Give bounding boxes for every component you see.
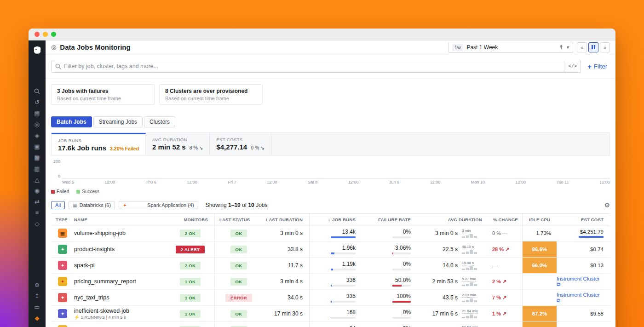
metrics-icon[interactable]: ▤ <box>33 110 41 116</box>
table-row[interactable]: ✦ nyc_taxi_trips 1 OK ERROR 34.0 s 335 1… <box>51 290 610 306</box>
table-row[interactable]: ✦ pricing_summary_report 1 OK OK 3 min 4… <box>51 274 610 290</box>
duration-sparkline: 2.19 min <box>462 293 484 302</box>
history-icon[interactable]: ↺ <box>33 99 41 105</box>
x-tick-label: 12:00 <box>515 180 526 184</box>
table-row[interactable]: ✦ spark-pi 2 OK OK 11.7 s 1.19k 0% 14.0 … <box>51 258 610 274</box>
col-header-monitors[interactable]: MONITORS <box>166 214 214 225</box>
spark-icon: ✦ <box>123 203 145 208</box>
monitors-badge[interactable]: 1 OK <box>180 278 201 286</box>
add-filter-button[interactable]: + Filter <box>587 63 610 70</box>
legend-failed[interactable]: Failed <box>51 189 69 194</box>
close-button[interactable] <box>34 32 40 37</box>
bits-ai-icon[interactable]: ◈ <box>33 132 41 138</box>
maximize-button[interactable] <box>51 32 56 37</box>
col-header-est-cost[interactable]: EST COST <box>557 214 610 225</box>
export-icon[interactable]: ↥ <box>33 293 41 299</box>
stat-job-runs[interactable]: JOB RUNS 17.6k Job runs 3.20% Failed <box>52 133 146 155</box>
table-row[interactable]: ▦ volume-shipping-job 2 OK OK 3 min 0 s … <box>51 225 610 241</box>
col-header-avg-duration[interactable]: AVG DURATION <box>417 214 489 225</box>
col-header-last-duration[interactable]: LAST DURATION <box>263 214 309 225</box>
infrastructure-icon[interactable]: ▣ <box>33 143 41 149</box>
forward-button[interactable]: » <box>600 42 610 52</box>
chevron-down-icon[interactable]: ▾ <box>567 45 569 50</box>
col-header-idle-cpu[interactable]: IDLE CPU <box>522 214 557 225</box>
monitors-badge[interactable]: 2 OK <box>180 262 201 270</box>
pin-icon[interactable] <box>559 45 564 50</box>
insight-card-failures[interactable]: 3 Jobs with failures Based on current ti… <box>51 84 155 105</box>
col-header-pct-change[interactable]: % CHANGE <box>489 214 522 225</box>
query-syntax-toggle[interactable]: </> <box>564 60 581 72</box>
avg-duration-value: 17 min 6 s <box>432 310 458 317</box>
avg-duration-value: 22.5 s <box>443 246 458 252</box>
rewind-button[interactable]: « <box>577 42 587 52</box>
time-range-picker[interactable]: 1w Past 1 Week ▾ <box>448 42 573 53</box>
search-icon[interactable] <box>33 88 41 94</box>
job-name-link[interactable]: volume-shipping-job <box>74 230 126 236</box>
job-name-link[interactable]: pricing_summary_report <box>74 278 136 285</box>
sidebar: ↺▤◎◈▣▦▥△◉⇄≡◇ ⊕↥▭◆ <box>29 40 46 327</box>
table-row[interactable]: ✦ inefficient-skewed-job ⚡ 1 RUNNING | 4… <box>51 306 610 322</box>
job-name-link[interactable]: spark-pi <box>74 262 94 269</box>
est-cost-value[interactable]: $0.74 <box>590 247 604 252</box>
monitors-badge[interactable]: 2 ALERT <box>176 246 205 253</box>
job-name-link[interactable]: nyc_taxi_trips <box>74 294 109 301</box>
pause-button[interactable] <box>588 42 598 52</box>
filter-chip-all[interactable]: All <box>51 201 65 209</box>
chat-icon[interactable]: ▭ <box>33 304 41 310</box>
stat-avg-duration[interactable]: AVG DURATION 2 min 52 s 8 % ↘ <box>146 133 210 155</box>
last-status-badge: ERROR <box>225 294 252 302</box>
est-cost-value[interactable]: Instrument Cluster ⧉ <box>557 292 604 304</box>
dashboards-icon[interactable]: ▥ <box>33 166 41 172</box>
security-icon[interactable]: ◇ <box>33 221 41 227</box>
insight-card-overprovisioned[interactable]: 8 Clusters are over provisioned Based on… <box>159 84 263 105</box>
network-icon[interactable]: ⇄ <box>33 199 41 205</box>
last-duration-value: 3 min 0 s <box>280 230 303 236</box>
table-row[interactable]: ✦ product-insights 2 ALERT OK 33.8 s 1.9… <box>51 241 610 258</box>
success-swatch <box>76 190 80 194</box>
duration-peak-label: 46.19 s <box>462 245 474 249</box>
monitors-badge[interactable]: 2 OK <box>180 229 201 237</box>
failure-rate-value: 0% <box>403 261 411 267</box>
chart-y-axis: 200 0 <box>51 159 62 178</box>
minimize-button[interactable] <box>43 32 48 37</box>
filter-chip-spark[interactable]: ✦ Spark Application (4) <box>119 201 198 209</box>
est-cost-value[interactable]: Instrument Cluster ⧉ <box>557 276 604 287</box>
est-cost-value[interactable]: $4,251.79 <box>580 229 604 235</box>
failure-rate-value: 100% <box>397 293 411 299</box>
labs-icon[interactable]: ⊕ <box>33 282 41 288</box>
col-header-last-status[interactable]: LAST STATUS <box>214 214 263 225</box>
col-header-failure-rate[interactable]: FAILURE RATE <box>362 214 417 225</box>
monitors-icon[interactable]: △ <box>33 177 41 183</box>
table-settings-gear-icon[interactable]: ⚙ <box>604 201 610 209</box>
apm-icon[interactable]: ◉ <box>33 188 41 194</box>
col-header-job-runs[interactable]: ↓ JOB RUNS <box>309 214 362 225</box>
failure-rate-bar <box>392 317 411 319</box>
window-titlebar <box>29 29 615 40</box>
insight-title: 3 Jobs with failures <box>57 88 149 94</box>
tab-batch-jobs[interactable]: Batch Jobs <box>51 116 92 127</box>
x-tick-label: Thu 6 <box>146 180 156 184</box>
datadog-logo[interactable] <box>32 45 42 55</box>
failure-rate-value: 0% <box>403 229 411 235</box>
watchdog-icon[interactable]: ◎ <box>33 121 41 127</box>
col-header-type[interactable]: TYPE <box>51 214 74 225</box>
logs-icon[interactable]: ≡ <box>33 210 41 216</box>
filter-chip-databricks[interactable]: ▦ Databricks (6) <box>69 201 115 209</box>
job-name-link[interactable]: inefficient-skewed-job <box>74 308 129 314</box>
monitors-badge[interactable]: 1 OK <box>180 310 201 318</box>
containers-icon[interactable]: ▦ <box>33 155 41 161</box>
est-cost-value[interactable]: $0.13 <box>590 263 604 268</box>
table-row[interactable]: ✦ profit_measure_by_product_type 1 OK OK… <box>51 322 610 327</box>
tab-clusters[interactable]: Clusters <box>144 116 175 127</box>
tab-streaming-jobs[interactable]: Streaming Jobs <box>93 116 143 127</box>
help-icon[interactable]: ◆ <box>33 315 41 321</box>
x-tick-label: 12:00 <box>599 180 610 184</box>
col-header-name[interactable]: NAME <box>74 214 166 225</box>
monitors-badge[interactable]: 1 OK <box>180 294 201 302</box>
legend-success[interactable]: Success <box>76 189 99 194</box>
last-status-badge: OK <box>230 262 247 270</box>
search-input[interactable] <box>64 63 564 69</box>
est-cost-value[interactable]: $9.58 <box>590 311 604 316</box>
job-name-link[interactable]: product-insights <box>74 246 115 252</box>
stat-est-costs[interactable]: EST COSTS $4,277.14 0 % ↘ <box>210 133 271 155</box>
